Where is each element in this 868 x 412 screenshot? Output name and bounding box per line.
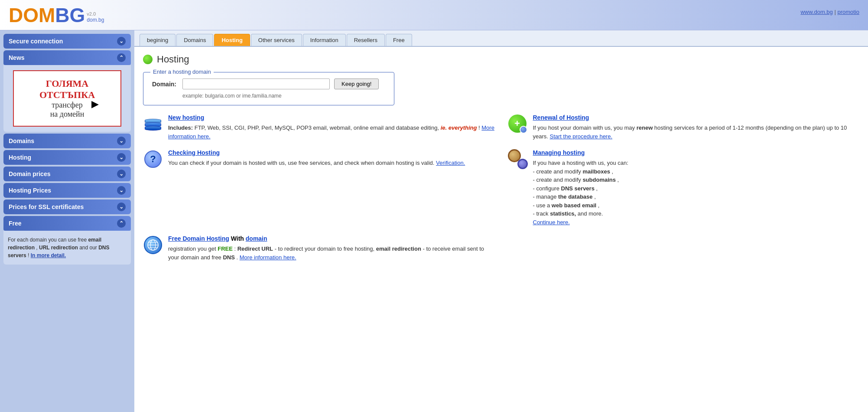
sidebar-item-ssl-prices[interactable]: Prices for SSL certificates ⌄ [3, 199, 131, 214]
sidebar-item-news[interactable]: News ⌃ [3, 50, 131, 65]
tab-information[interactable]: Information [303, 34, 346, 46]
chevron-up-icon: ⌃ [117, 219, 126, 228]
domain-entry-box: Enter a hosting domain Domain: Keep goin… [143, 72, 394, 105]
domain-input[interactable] [182, 78, 330, 89]
content-item-renewal: + Renewal of Hosting If you host your do… [508, 114, 860, 141]
free-content: For each domain you can use free email r… [3, 231, 131, 265]
sidebar-item-label: News [9, 54, 25, 61]
renewal-link[interactable]: Renewal of Hosting [533, 114, 589, 121]
free-detail-link[interactable]: In more detail. [31, 252, 66, 258]
chevron-down-icon: ⌄ [117, 203, 126, 211]
news-line2: ОТСТЪПКА [39, 89, 95, 101]
news-content: ГОЛЯМА ОТСТЪПКА трансфер на домейн ▶ [3, 65, 131, 132]
keep-going-button[interactable]: Keep going! [334, 78, 379, 89]
content-grid: New hosting Includes: FTP, Web, SSI, CGI… [143, 114, 859, 262]
free-domain-link[interactable]: Free Domain Hosting [168, 235, 229, 242]
top-link-promo[interactable]: promotio [837, 9, 859, 15]
domain-input-row: Domain: Keep going! [152, 78, 385, 89]
renewal-icon: + [508, 114, 528, 134]
globe-svg [147, 239, 159, 251]
chevron-down-icon: ⌄ [117, 170, 126, 178]
managing-continue-link[interactable]: Continue here. [533, 219, 570, 226]
managing-title: Managing hosting [533, 149, 628, 156]
logo[interactable]: DOMBG v2.0 dom.bg [9, 5, 104, 25]
news-line3: трансфер [52, 101, 83, 110]
sidebar-item-hosting[interactable]: Hosting ⌄ [3, 150, 131, 165]
page-title-text: Hosting [157, 54, 189, 65]
free-domain-more-link[interactable]: More information here. [240, 254, 296, 261]
sidebar-section-hosting-prices: Hosting Prices ⌄ [3, 183, 131, 198]
news-line1: ГОЛЯМА [46, 78, 88, 89]
top-links: www.dom.bg | promotio [800, 9, 859, 15]
content-item-free-domain: Free Domain Hosting With domain registra… [143, 235, 495, 262]
verification-link[interactable]: Verification. [436, 160, 465, 166]
sidebar-item-secure-connection[interactable]: Secure connection ⌄ [3, 34, 131, 49]
sidebar-section-domains: Domains ⌄ [3, 134, 131, 148]
chevron-down-icon: ⌄ [117, 137, 126, 145]
chevron-down-icon: ⌄ [117, 186, 126, 195]
domain-word-link[interactable]: domain [246, 235, 267, 242]
sidebar-item-label: Domains [9, 137, 34, 144]
renewal-start-link[interactable]: Start the procedure here. [550, 133, 613, 140]
layout: Secure connection ⌄ News ⌃ ГОЛЯМА ОТСТЪП… [0, 30, 868, 412]
new-hosting-link[interactable]: New hosting [168, 114, 204, 121]
logo-bg: BG [55, 4, 85, 26]
checking-title: Checking Hosting [168, 149, 465, 156]
logo-dom: DOM [9, 4, 55, 26]
new-hosting-body: Includes: FTP, Web, SSI, CGI, PHP, Perl,… [168, 124, 495, 141]
tab-resellers[interactable]: Resellers [347, 34, 385, 46]
tab-begining[interactable]: begining [140, 34, 176, 46]
sidebar-item-domain-prices[interactable]: Domain prices ⌄ [3, 167, 131, 181]
renewal-text: Renewal of Hosting If you host your doma… [533, 114, 860, 141]
free-domain-icon [143, 235, 163, 255]
new-hosting-title: New hosting [168, 114, 495, 121]
chevron-up-icon: ⌃ [117, 53, 126, 62]
top-link-main[interactable]: www.dom.bg [800, 9, 832, 15]
managing-text: Managing hosting If you have a hosting w… [533, 149, 628, 226]
tab-hosting[interactable]: Hosting [214, 34, 250, 46]
sidebar-item-label: Hosting Prices [9, 187, 51, 194]
cursor-icon: ▶ [91, 98, 99, 110]
main-content: begining Domains Hosting Other services … [134, 30, 868, 412]
logo-version: v2.0 [87, 11, 104, 17]
sidebar-section-ssl-prices: Prices for SSL certificates ⌄ [3, 199, 131, 214]
checking-body: You can check if your domain is hosted w… [168, 159, 465, 167]
tab-other-services[interactable]: Other services [251, 34, 302, 46]
content-item-checking: ? Checking Hosting You can check if your… [143, 149, 495, 226]
sidebar-item-label: Prices for SSL certificates [9, 203, 84, 210]
renewal-title: Renewal of Hosting [533, 114, 860, 121]
db-icon [143, 114, 163, 134]
news-line4: на домейн [50, 110, 85, 119]
free-text: For each domain you can use free email r… [8, 234, 127, 261]
sidebar-item-label: Hosting [9, 154, 31, 161]
logo-domain[interactable]: dom.bg [87, 17, 104, 23]
renewal-sub-icon [520, 126, 527, 134]
header: DOMBG v2.0 dom.bg www.dom.bg | promotio [0, 0, 868, 30]
free-domain-title: Free Domain Hosting With domain [168, 235, 495, 242]
sidebar-section-secure: Secure connection ⌄ [3, 34, 131, 49]
sidebar-section-news: News ⌃ ГОЛЯМА ОТСТЪПКА трансфер на домей… [3, 50, 131, 132]
managing-link[interactable]: Managing hosting [533, 149, 585, 156]
checking-text: Checking Hosting You can check if your d… [168, 149, 465, 226]
domain-example: example: bulgaria.com or ime.familia.nam… [182, 93, 385, 99]
sidebar-item-hosting-prices[interactable]: Hosting Prices ⌄ [3, 183, 131, 198]
free-text-url: URL redirection [39, 245, 78, 251]
sidebar-item-label: Domain prices [9, 170, 50, 177]
question-icon: ? [144, 150, 162, 168]
chevron-down-icon: ⌄ [117, 37, 126, 46]
content: Hosting Enter a hosting domain Domain: K… [134, 47, 868, 268]
sidebar: Secure connection ⌄ News ⌃ ГОЛЯМА ОТСТЪП… [0, 30, 134, 412]
domain-box-legend: Enter a hosting domain [150, 69, 214, 75]
gears-icon [508, 149, 528, 169]
content-item-new-hosting: New hosting Includes: FTP, Web, SSI, CGI… [143, 114, 495, 141]
checking-link[interactable]: Checking Hosting [168, 149, 220, 156]
sidebar-item-domains[interactable]: Domains ⌄ [3, 134, 131, 148]
domain-label: Domain: [152, 81, 178, 88]
tab-domains[interactable]: Domains [176, 34, 213, 46]
news-banner[interactable]: ГОЛЯМА ОТСТЪПКА трансфер на домейн ▶ [13, 70, 121, 127]
free-domain-body: registration you get FREE : Redirect URL… [168, 245, 495, 262]
sidebar-item-free[interactable]: Free ⌃ [3, 216, 131, 231]
tab-free[interactable]: Free [386, 34, 412, 46]
managing-icon [508, 149, 528, 169]
sidebar-item-label: Secure connection [9, 38, 63, 45]
